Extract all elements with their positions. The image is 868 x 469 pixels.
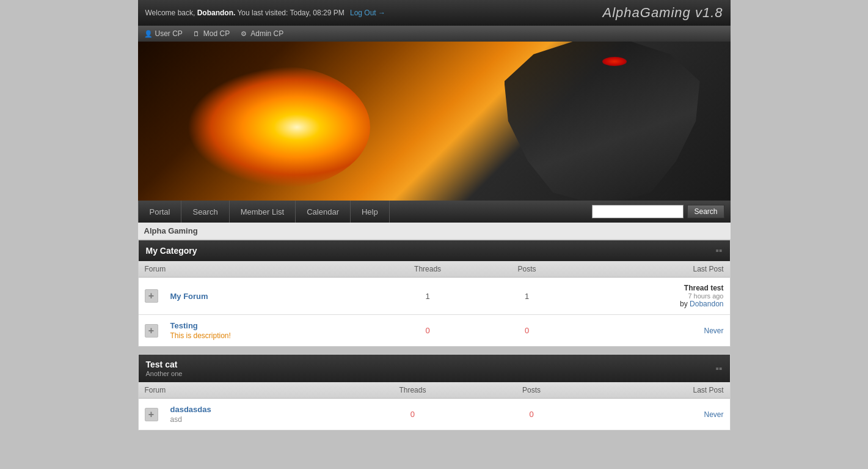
nav-calendar[interactable]: Calendar (296, 201, 351, 223)
topbar: Welcome back, Dobandon. You last visited… (138, 0, 731, 26)
forum-desc-dasdasdas: asd (170, 415, 340, 424)
breadcrumb: Alpha Gaming (138, 223, 731, 240)
forum-threads-dasdasdas: 0 (346, 399, 480, 430)
mod-cp-label: Mod CP (203, 29, 230, 38)
site-title: AlphaGaming v1.8 (603, 5, 723, 21)
category-title-test-cat: Test cat (146, 360, 183, 369)
forum-icon-cell: + (139, 278, 164, 315)
nav-search[interactable]: Search (181, 201, 229, 223)
admin-cp-icon: ⚙ (239, 29, 248, 38)
forum-table-my-category: Forum Threads Posts Last Post + My Forum… (139, 261, 730, 346)
mod-cp-link[interactable]: 🗒 Mod CP (192, 29, 230, 38)
category-title-my-category: My Category (146, 246, 197, 256)
forum-name-my-forum[interactable]: My Forum (170, 292, 208, 301)
search-area: Search (592, 205, 730, 218)
admin-cp-link[interactable]: ⚙ Admin CP (239, 29, 283, 38)
last-post-user-link[interactable]: Dobandon (690, 300, 723, 308)
forum-posts-dasdasdas: 0 (480, 399, 584, 430)
forum-icon-cell: + (139, 399, 164, 430)
nav-links: Portal Search Member List Calendar Help (138, 201, 390, 223)
forum-info-cell: dasdasdas asd (164, 399, 346, 430)
never-label-2: Never (704, 410, 723, 419)
category-spacer (138, 347, 731, 354)
nav-member-list[interactable]: Member List (230, 201, 296, 223)
forum-threads-my-forum: 1 (372, 278, 484, 315)
nav-portal[interactable]: Portal (138, 201, 182, 223)
cplinks-bar: 👤 User CP 🗒 Mod CP ⚙ Admin CP (138, 26, 731, 42)
forum-expand-icon[interactable]: + (145, 324, 158, 338)
category-header-my-category: My Category ▪▪ (139, 240, 730, 261)
admin-cp-label: Admin CP (250, 29, 283, 38)
category-header-test-cat: Test cat Another one ▪▪ (139, 355, 730, 382)
category-my-category: My Category ▪▪ Forum Threads Posts Last … (138, 240, 731, 347)
forum-lastpost-my-forum: Thread test 7 hours ago by Dobandon (571, 278, 730, 315)
forum-name-testing[interactable]: Testing (170, 321, 198, 330)
col-threads-2: Threads (346, 382, 480, 399)
nav-help[interactable]: Help (351, 201, 390, 223)
last-post-by: by Dobandon (577, 300, 724, 308)
forum-expand-icon[interactable]: + (145, 408, 158, 421)
search-button[interactable]: Search (687, 205, 724, 218)
welcome-text: Welcome back, (145, 9, 195, 17)
forum-posts-my-forum: 1 (483, 278, 571, 315)
forum-table-test-cat: Forum Threads Posts Last Post + dasdasda… (139, 382, 730, 430)
user-cp-link[interactable]: 👤 User CP (144, 29, 183, 38)
table-row: + Testing This is description! 0 0 Never (139, 315, 730, 347)
logout-link[interactable]: Log Out → (350, 9, 385, 17)
forum-icon-cell: + (139, 315, 164, 347)
forum-name-dasdasdas[interactable]: dasdasdas (170, 405, 211, 414)
category-collapse-icon-2[interactable]: ▪▪ (715, 363, 722, 374)
forum-lastpost-dasdasdas: Never (583, 399, 729, 430)
category-test-cat: Test cat Another one ▪▪ Forum Threads Po… (138, 354, 731, 430)
col-last-post: Last Post (571, 261, 730, 278)
col-threads: Threads (372, 261, 484, 278)
banner-explosion (187, 66, 370, 188)
last-post-title: Thread test (577, 284, 724, 292)
col-last-post-2: Last Post (583, 382, 729, 399)
banner-soldier (505, 42, 700, 201)
col-forum-2: Forum (139, 382, 346, 399)
search-input[interactable] (592, 205, 684, 218)
table-row: + My Forum 1 1 Thread test 7 hours ago b… (139, 278, 730, 315)
last-post-time: 7 hours ago (577, 292, 724, 300)
category-subtitle-test-cat: Another one (146, 370, 183, 377)
never-label: Never (704, 327, 723, 335)
banner-visor (602, 57, 627, 66)
forum-threads-testing: 0 (372, 315, 484, 347)
table-row: + dasdasdas asd 0 0 Never (139, 399, 730, 430)
forum-expand-icon[interactable]: + (145, 289, 158, 303)
category-collapse-icon[interactable]: ▪▪ (715, 245, 722, 256)
mod-cp-icon: 🗒 (192, 29, 201, 38)
forum-posts-testing: 0 (483, 315, 571, 347)
user-cp-icon: 👤 (144, 29, 153, 38)
col-forum: Forum (139, 261, 372, 278)
topbar-welcome: Welcome back, Dobandon. You last visited… (145, 9, 386, 17)
site-banner (138, 42, 731, 201)
user-cp-label: User CP (155, 29, 183, 38)
forum-info-cell: Testing This is description! (164, 315, 372, 347)
topbar-last-visited: You last visited: Today, 08:29 PM (237, 9, 344, 17)
forum-lastpost-testing: Never (571, 315, 730, 347)
topbar-username: Dobandon. (197, 9, 236, 17)
col-posts: Posts (483, 261, 571, 278)
col-posts-2: Posts (480, 382, 584, 399)
forum-desc-testing: This is description! (170, 331, 366, 340)
navbar: Portal Search Member List Calendar Help … (138, 201, 731, 223)
forum-info-cell: My Forum (164, 278, 372, 315)
